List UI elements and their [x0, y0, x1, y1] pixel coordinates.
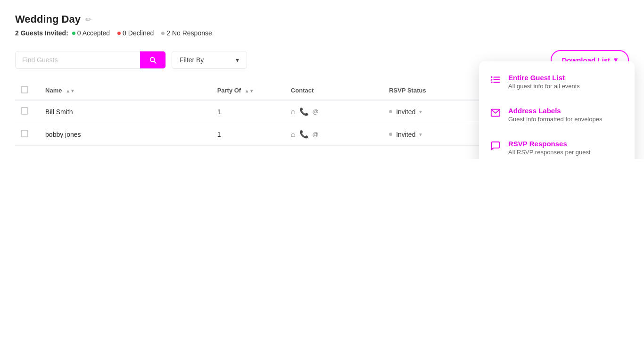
- dropdown-item-content-entire-guest-list: Entire Guest List All guest info for all…: [508, 74, 580, 90]
- search-button[interactable]: [140, 51, 165, 68]
- th-checkbox: [15, 81, 40, 100]
- svg-point-4: [491, 79, 492, 80]
- no-response-stat: 2 No Response: [161, 29, 212, 37]
- row-checkbox[interactable]: [21, 130, 28, 137]
- stats-label: 2 Guests Invited:: [15, 29, 68, 37]
- dropdown-item-content-address-labels: Address Labels Guest info formatted for …: [508, 107, 602, 123]
- row-party-of: 1: [212, 100, 285, 123]
- row-name: bobby jones: [40, 123, 212, 146]
- svg-point-3: [491, 77, 492, 78]
- dropdown-item-entire-guest-list[interactable]: Entire Guest List All guest info for all…: [479, 65, 635, 98]
- rsvp-status-dot: [389, 133, 392, 136]
- declined-stat: 0 Declined: [117, 29, 154, 37]
- email-icon[interactable]: @: [313, 108, 319, 115]
- dropdown-item-desc-rsvp-responses: All RSVP responses per guest: [508, 149, 591, 156]
- rsvp-status-dot: [389, 110, 392, 113]
- row-contact: ⌂ 📞 @: [285, 100, 383, 123]
- th-name: Name ▲▼: [40, 81, 212, 100]
- row-checkbox-cell: [15, 100, 40, 123]
- rsvp-chevron-icon[interactable]: ▾: [419, 131, 422, 138]
- svg-point-5: [491, 82, 492, 83]
- page-title: Wedding Day: [15, 13, 81, 25]
- accepted-dot: [72, 32, 75, 35]
- filter-chevron-icon: ▾: [236, 56, 239, 64]
- row-party-of: 1: [212, 123, 285, 146]
- rsvp-status-text: Invited: [396, 131, 415, 138]
- download-dropdown: Entire Guest List All guest info for all…: [479, 61, 635, 159]
- select-all-checkbox[interactable]: [21, 86, 28, 93]
- dropdown-item-title-entire-guest-list: Entire Guest List: [508, 74, 580, 82]
- search-wrapper: [15, 51, 166, 69]
- th-contact: Contact: [285, 81, 383, 100]
- phone-icon[interactable]: 📞: [299, 107, 309, 116]
- dropdown-item-title-rsvp-responses: RSVP Responses: [508, 140, 591, 148]
- no-response-dot: [161, 32, 165, 35]
- list-icon: [490, 75, 501, 86]
- rsvp-status-text: Invited: [396, 108, 415, 116]
- search-input[interactable]: [16, 51, 140, 68]
- edit-icon[interactable]: ✏: [85, 15, 91, 24]
- no-response-text: 2 No Response: [166, 29, 212, 37]
- declined-dot: [117, 32, 121, 35]
- home-icon[interactable]: ⌂: [291, 108, 296, 116]
- phone-icon[interactable]: 📞: [299, 130, 309, 139]
- row-checkbox[interactable]: [21, 107, 28, 115]
- email-icon[interactable]: @: [313, 131, 319, 138]
- title-row: Wedding Day ✏: [15, 13, 629, 25]
- party-sort-icon[interactable]: ▲▼: [245, 89, 254, 93]
- accepted-stat: 0 Accepted: [72, 29, 110, 37]
- stats-row: 2 Guests Invited: 0 Accepted 0 Declined …: [15, 29, 629, 37]
- dropdown-item-desc-entire-guest-list: All guest info for all events: [508, 83, 580, 90]
- accepted-text: 0 Accepted: [77, 29, 110, 37]
- dropdown-item-desc-address-labels: Guest info formatted for envelopes: [508, 116, 602, 123]
- envelope-icon: [490, 108, 501, 119]
- dropdown-item-content-rsvp-responses: RSVP Responses All RSVP responses per gu…: [508, 140, 591, 156]
- name-sort-icon[interactable]: ▲▼: [66, 89, 75, 93]
- declined-text: 0 Declined: [123, 29, 154, 37]
- rsvp-chevron-icon[interactable]: ▾: [419, 109, 422, 115]
- home-icon[interactable]: ⌂: [291, 130, 296, 139]
- dropdown-item-address-labels[interactable]: Address Labels Guest info formatted for …: [479, 98, 635, 131]
- th-party-of: Party Of ▲▼: [212, 81, 285, 100]
- filter-label: Filter By: [180, 56, 204, 64]
- filter-by-button[interactable]: Filter By ▾: [172, 51, 247, 69]
- row-contact: ⌂ 📞 @: [285, 123, 383, 146]
- dropdown-item-title-address-labels: Address Labels: [508, 107, 602, 115]
- row-checkbox-cell: [15, 123, 40, 146]
- dropdown-item-rsvp-responses[interactable]: RSVP Responses All RSVP responses per gu…: [479, 131, 635, 159]
- row-name: Bill Smith: [40, 100, 212, 123]
- comment-icon: [490, 141, 501, 152]
- page-container: Wedding Day ✏ 2 Guests Invited: 0 Accept…: [0, 0, 644, 159]
- search-icon: [149, 56, 157, 64]
